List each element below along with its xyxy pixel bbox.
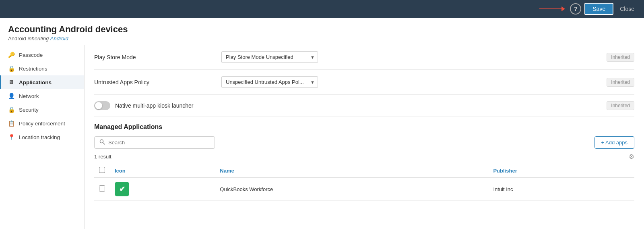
search-add-row: + Add apps (94, 136, 634, 149)
kiosk-launcher-row: Native multi-app kiosk launcher Inherite… (94, 95, 634, 117)
sidebar-item-label: Policy enforcement (19, 121, 65, 127)
table-header-checkbox (94, 164, 110, 178)
kiosk-launcher-inherited-badge: Inherited (607, 101, 634, 110)
lock-icon: 🔒 (8, 65, 15, 72)
sidebar: 🔑 Passcode 🔒 Restrictions 🖥 Applications… (0, 45, 85, 229)
untrusted-apps-policy-row: Untrusted Apps Policy Unspecified Untrus… (94, 70, 634, 95)
clipboard-icon: 📋 (8, 120, 15, 127)
arrow-indicator (539, 6, 565, 11)
close-button[interactable]: Close (617, 4, 638, 14)
search-icon (99, 139, 105, 146)
add-apps-button[interactable]: + Add apps (594, 136, 634, 149)
app-icon: ✔ (115, 182, 129, 196)
play-store-inherited-badge: Inherited (607, 53, 634, 62)
table-header-publisher: Publisher (488, 164, 634, 178)
sidebar-item-location-tracking[interactable]: 📍 Location tracking (0, 130, 84, 144)
play-store-mode-row: Play Store Mode Play Store Mode Unspecif… (94, 45, 634, 70)
untrusted-apps-policy-select-wrapper: Unspecified Untrusted Apps Pol... ▼ (221, 76, 318, 88)
row-name-cell: QuickBooks Workforce (215, 178, 488, 201)
main-layout: 🔑 Passcode 🔒 Restrictions 🖥 Applications… (0, 45, 644, 229)
sidebar-item-network[interactable]: 👤 Network (0, 89, 84, 103)
key-icon: 🔑 (8, 52, 15, 58)
page-header: Accounting Android devices Android inher… (0, 18, 644, 45)
sidebar-item-security[interactable]: 🔒 Security (0, 103, 84, 117)
kiosk-launcher-toggle[interactable] (94, 101, 110, 110)
table-header-name: Name (215, 164, 488, 178)
kiosk-launcher-label: Native multi-app kiosk launcher (115, 102, 194, 109)
search-box (94, 136, 215, 149)
sidebar-item-label: Security (19, 107, 39, 113)
row-icon-cell: ✔ (110, 178, 215, 201)
row-checkbox-cell (94, 178, 110, 201)
row-checkbox[interactable] (99, 185, 105, 191)
sidebar-item-label: Applications (19, 79, 52, 85)
sidebar-item-label: Passcode (19, 52, 43, 58)
monitor-icon: 🖥 (8, 79, 15, 85)
managed-applications-section: Managed Applications + Add apps 1 result… (94, 117, 634, 207)
row-publisher-cell: Intuit Inc (488, 178, 634, 201)
svg-line-1 (103, 143, 105, 145)
help-button[interactable]: ? (570, 3, 581, 15)
save-button[interactable]: Save (584, 3, 613, 15)
table-row: ✔ QuickBooks Workforce Intuit Inc (94, 178, 634, 201)
table-header-icon: Icon (110, 164, 215, 178)
gear-icon[interactable]: ⚙ (629, 153, 634, 160)
result-count-row: 1 result ⚙ (94, 153, 634, 160)
location-icon: 📍 (8, 134, 15, 140)
sidebar-item-label: Restrictions (19, 66, 47, 72)
sidebar-item-label: Network (19, 93, 39, 99)
inherit-link[interactable]: Android (50, 35, 68, 42)
network-icon: 👤 (8, 93, 15, 99)
content-area: Play Store Mode Play Store Mode Unspecif… (85, 45, 644, 229)
untrusted-apps-policy-control: Unspecified Untrusted Apps Pol... ▼ Inhe… (221, 76, 634, 88)
play-store-mode-label: Play Store Mode (94, 54, 215, 60)
top-bar: ? Save Close (0, 0, 644, 18)
result-count-text: 1 result (94, 154, 111, 160)
play-store-mode-control: Play Store Mode Unspecified ▼ Inherited (221, 51, 634, 63)
sidebar-item-label: Location tracking (19, 134, 60, 140)
managed-applications-title: Managed Applications (94, 123, 634, 131)
page-subtitle: Android inheriting Android (8, 35, 636, 42)
search-input[interactable] (108, 139, 210, 146)
untrusted-apps-policy-label: Untrusted Apps Policy (94, 79, 215, 85)
untrusted-apps-inherited-badge: Inherited (607, 78, 634, 87)
play-store-mode-select-wrapper: Play Store Mode Unspecified ▼ (221, 51, 318, 63)
sidebar-item-applications[interactable]: 🖥 Applications (0, 75, 84, 89)
page-title: Accounting Android devices (8, 24, 636, 35)
sidebar-item-restrictions[interactable]: 🔒 Restrictions (0, 62, 84, 75)
play-store-mode-select[interactable]: Play Store Mode Unspecified (221, 51, 318, 63)
table-header-row: Icon Name Publisher (94, 164, 634, 178)
untrusted-apps-policy-select[interactable]: Unspecified Untrusted Apps Pol... (221, 76, 318, 88)
apps-table: Icon Name Publisher ✔ QuickBooks Workfor… (94, 164, 634, 201)
sidebar-item-policy-enforcement[interactable]: 📋 Policy enforcement (0, 117, 84, 130)
sidebar-item-passcode[interactable]: 🔑 Passcode (0, 48, 84, 62)
shield-icon: 🔒 (8, 106, 15, 113)
select-all-checkbox[interactable] (99, 167, 105, 173)
